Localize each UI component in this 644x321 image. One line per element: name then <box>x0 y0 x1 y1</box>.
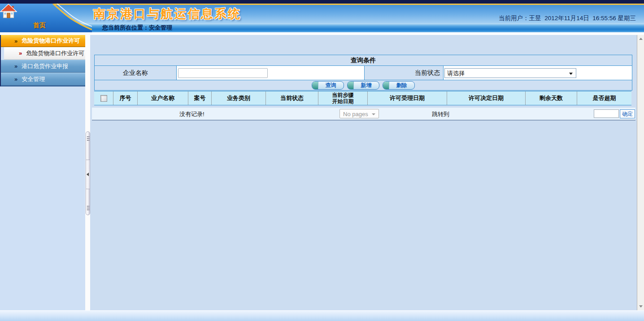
sidebar-item-label: 港口危货作业申报 <box>22 61 68 72</box>
sidebar-item-safety-management[interactable]: » 安全管理 <box>1 73 85 86</box>
menu-arrow-icon: » <box>14 38 17 44</box>
confirm-button[interactable]: 确定 <box>620 109 635 118</box>
splitter-middle-section <box>86 160 90 189</box>
sidebar-item-label: 危险货物港口作业许可 <box>26 48 84 59</box>
chevron-down-icon <box>569 73 573 75</box>
sidebar-collapse-handle[interactable] <box>86 131 90 215</box>
results-table-header: 序号 业户名称 案号 业务类别 当前状态 当前步骤 开始日期 许可受理日期 许可… <box>94 91 631 105</box>
sidebar-menu: » 危险货物港口作业许可 » 危险货物港口作业许可 » 港口危货作业申报 » 安… <box>0 35 85 87</box>
header-cell-current-status: 当前状态 <box>266 91 318 105</box>
company-name-input[interactable] <box>178 68 268 78</box>
jump-page-input[interactable] <box>594 109 619 118</box>
sidebar-splitter-column <box>85 35 90 310</box>
company-name-label: 企业名称 <box>95 66 177 80</box>
system-title: 南京港口与航运信息系统 <box>93 4 241 23</box>
breadcrumb-bar: 您当前所在位置：安全管理 <box>0 23 644 32</box>
current-status-select[interactable]: 请选择 <box>444 68 576 78</box>
pagination-bar: 没有记录! No pages 跳转到 确定 <box>92 108 635 121</box>
collapse-left-arrow-icon <box>87 173 89 176</box>
grip-dots-icon <box>87 136 88 137</box>
datetime-text: 2012年11月14日 16:55:56 星期三 <box>544 15 636 22</box>
header-cell-business-owner: 业户名称 <box>138 91 188 105</box>
delete-button[interactable]: 删除 <box>383 81 415 90</box>
header-cell-step-start-date: 当前步骤 开始日期 <box>318 91 368 105</box>
footer-bar <box>0 310 644 321</box>
logo-block: 首页 <box>0 4 92 32</box>
add-button[interactable]: 新增 <box>347 81 379 90</box>
header-cell-overdue: 是否超期 <box>577 91 631 105</box>
sidebar-item-label: 安全管理 <box>22 74 45 85</box>
jump-to-label: 跳转到 <box>432 110 449 118</box>
header-cell-case-no: 案号 <box>188 91 212 105</box>
button-cap-decoration <box>312 82 318 89</box>
header-cell-business-type: 业务类别 <box>212 91 266 105</box>
header-cell-permit-accept-date: 许可受理日期 <box>368 91 447 105</box>
query-buttons-row: 查询 新增 删除 <box>95 80 632 90</box>
button-cap-decoration <box>348 82 354 89</box>
page-select[interactable]: No pages <box>339 109 379 118</box>
scroll-up-arrow-icon[interactable] <box>639 38 643 40</box>
current-status-cell: 请选择 <box>444 66 632 80</box>
home-icon[interactable] <box>0 4 17 20</box>
grip-dots-icon <box>87 206 88 207</box>
company-name-cell <box>177 66 364 80</box>
button-cap-decoration <box>383 82 389 89</box>
main-content: 查询条件 企业名称 当前状态 请选择 查询 <box>90 35 637 310</box>
sidebar-item-port-cargo-declaration[interactable]: » 港口危货作业申报 <box>1 60 85 73</box>
chevron-down-icon <box>372 113 375 115</box>
query-fields-row: 企业名称 当前状态 请选择 <box>95 66 632 80</box>
current-status-label: 当前状态 <box>364 66 444 80</box>
header: 南京港口与航运信息系统 当前用户：王昱 2012年11月14日 16:55:56… <box>0 4 644 23</box>
vertical-scrollbar[interactable] <box>637 35 644 310</box>
home-link[interactable]: 首页 <box>0 22 79 30</box>
sidebar: » 危险货物港口作业许可 » 危险货物港口作业许可 » 港口危货作业申报 » 安… <box>0 35 85 310</box>
query-panel-title: 查询条件 <box>95 55 632 66</box>
user-name: 王昱 <box>529 15 541 22</box>
sidebar-item-dangerous-goods-permit-group[interactable]: » 危险货物港口作业许可 <box>1 35 85 47</box>
menu-arrow-icon: » <box>19 50 22 56</box>
sidebar-item-dangerous-goods-permit[interactable]: » 危险货物港口作业许可 <box>4 47 85 60</box>
header-cell-remaining-days: 剩余天数 <box>526 91 577 105</box>
select-all-checkbox[interactable] <box>100 95 107 102</box>
status-selected-value: 请选择 <box>447 70 465 77</box>
user-label: 当前用户： <box>499 15 529 22</box>
page-select-value: No pages <box>343 111 368 117</box>
header-cell-seq: 序号 <box>113 91 138 105</box>
no-records-message: 没有记录! <box>179 110 205 118</box>
header-cell-permit-decision-date: 许可决定日期 <box>447 91 526 105</box>
query-condition-panel: 查询条件 企业名称 当前状态 请选择 查询 <box>94 55 632 91</box>
sidebar-item-label: 危险货物港口作业许可 <box>22 35 80 47</box>
header-divider-strip <box>0 32 644 35</box>
menu-arrow-icon: » <box>14 76 17 82</box>
breadcrumb: 您当前所在位置：安全管理 <box>102 23 172 32</box>
search-button[interactable]: 查询 <box>312 81 344 90</box>
current-user-info: 当前用户：王昱 2012年11月14日 16:55:56 星期三 <box>499 14 636 22</box>
menu-arrow-icon: » <box>14 63 17 69</box>
header-cell-checkbox <box>94 91 113 105</box>
app-window: 南京港口与航运信息系统 当前用户：王昱 2012年11月14日 16:55:56… <box>0 0 644 321</box>
scroll-down-arrow-icon[interactable] <box>639 305 643 308</box>
top-navy-bar <box>0 0 644 4</box>
